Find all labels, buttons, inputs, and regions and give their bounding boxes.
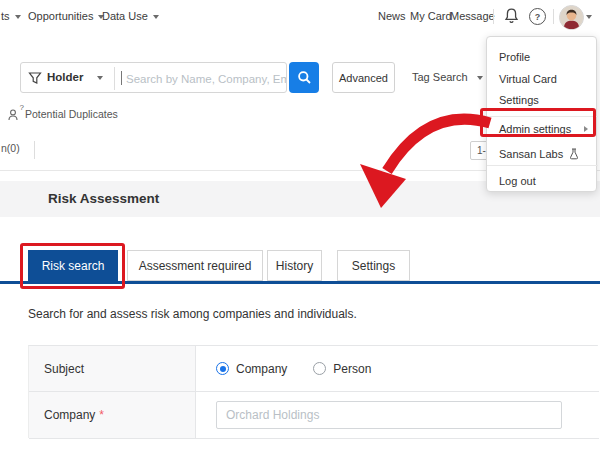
nav-item-message[interactable]: Message [450,10,495,22]
company-label-text: Company [44,408,95,422]
menu-item-label: Settings [499,94,539,106]
radio-person[interactable] [313,362,326,375]
nav-item-label: ts [1,10,10,22]
chevron-down-icon[interactable] [586,15,592,19]
chevron-down-icon [153,15,159,19]
tab-label: Assessment required [139,259,252,273]
help-icon[interactable]: ? [529,8,546,25]
nav-item-label: Message [450,10,495,22]
tab-history[interactable]: History [267,250,322,281]
nav-item-label: My Card [410,10,452,22]
radio-person-label[interactable]: Person [333,362,371,376]
nav-item-label: News [378,10,406,22]
tab-assessment-required[interactable]: Assessment required [127,250,263,281]
company-label: Company * [29,392,196,438]
holder-filter-label[interactable]: Holder [47,71,83,83]
flask-icon [569,148,579,160]
search-button[interactable] [289,62,319,93]
potential-duplicates-link[interactable]: ? Potential Duplicates [8,107,118,120]
notifications-bell-icon[interactable] [503,7,520,29]
menu-item-label: Sansan Labs [499,148,563,160]
radio-company[interactable] [216,362,229,375]
potential-duplicates-icon: ? [8,107,21,120]
top-nav: ts Opportunities Data Use News My Card M… [0,0,600,33]
divider [34,141,35,159]
nav-item-label: Opportunities [28,10,93,22]
divider [553,9,554,24]
menu-divider [487,165,598,166]
menu-item-sansan-labs[interactable]: Sansan Labs [499,148,579,160]
search-icon [297,70,312,85]
form-row-subject: Subject Company Person [29,346,599,392]
menu-item-label: Profile [499,51,530,63]
menu-item-log-out[interactable]: Log out [499,175,536,187]
form-row-company: Company * [29,392,599,439]
search-input[interactable] [124,64,288,93]
filter-funnel-icon [28,71,42,85]
risk-search-tab-highlight-box [20,243,125,289]
card-search-box: Holder [20,62,287,93]
menu-item-label: Virtual Card [499,73,557,85]
list-tab-cutoff[interactable]: n(0) [1,142,20,154]
advanced-search-button[interactable]: Advanced [332,62,395,93]
page-title: Risk Assessment [48,191,159,206]
avatar[interactable] [559,5,584,30]
menu-item-settings[interactable]: Settings [499,94,539,106]
menu-item-virtual-card[interactable]: Virtual Card [499,73,557,85]
menu-item-label: Log out [499,175,536,187]
nav-item-label: Data Use [102,10,148,22]
menu-item-profile[interactable]: Profile [499,51,530,63]
help-glyph: ? [535,12,541,22]
potential-duplicates-label: Potential Duplicates [25,108,118,120]
nav-item-opportunities[interactable]: Opportunities [28,10,104,22]
chevron-down-icon[interactable] [97,76,103,80]
page-description: Search for and assess risk among compani… [28,307,357,321]
nav-item-news[interactable]: News [378,10,406,22]
tab-settings[interactable]: Settings [337,250,410,281]
nav-item-my-card[interactable]: My Card [410,10,452,22]
pagination-text: 1- [477,145,486,156]
tab-label: Settings [352,259,395,273]
text-cursor [121,71,122,85]
question-glyph: ? [20,103,24,112]
chevron-down-icon [15,15,21,19]
list-tab-label: n(0) [1,142,20,154]
chevron-down-icon [477,76,483,80]
tab-label: History [276,259,313,273]
required-asterisk: * [99,408,104,422]
advanced-label: Advanced [339,72,388,84]
admin-settings-highlight-box [480,108,596,137]
nav-item-ts[interactable]: ts [1,10,21,22]
subject-label: Subject [29,346,196,391]
nav-item-data-use[interactable]: Data Use [102,10,159,22]
company-name-input[interactable] [216,401,562,429]
radio-company-label[interactable]: Company [236,362,287,376]
tag-search-button[interactable]: Tag Search [412,71,483,83]
risk-search-form: Subject Company Person Company * [28,345,598,438]
tag-search-label: Tag Search [412,71,468,83]
divider [114,67,115,90]
divider [493,9,494,24]
